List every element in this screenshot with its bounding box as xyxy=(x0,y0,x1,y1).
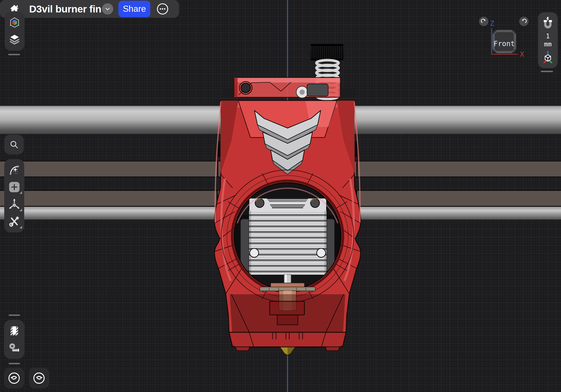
heatsink[interactable] xyxy=(249,198,326,275)
filament-clamp[interactable] xyxy=(307,84,328,96)
view-cube-widget[interactable]: Z X Front xyxy=(484,20,528,60)
flyout-corner xyxy=(20,226,22,229)
bottom-duct[interactable] xyxy=(229,294,346,351)
undo-icon[interactable] xyxy=(4,368,24,389)
redo-icon[interactable] xyxy=(29,368,49,389)
measure-tape-icon[interactable] xyxy=(9,343,20,353)
grid-size-unit: mm xyxy=(544,40,552,48)
grid-size-indicator[interactable]: 1 mm xyxy=(544,32,552,48)
layers-icon[interactable] xyxy=(9,34,20,45)
mount-hole-right[interactable] xyxy=(317,248,326,257)
tension-knob[interactable] xyxy=(311,44,344,60)
axis-z-label: Z xyxy=(490,20,494,28)
axis-orientation-icon[interactable] xyxy=(542,51,554,64)
nozzle-brass-tip[interactable] xyxy=(280,347,295,355)
axis-x-label: X xyxy=(520,50,524,58)
extruder-top-block[interactable] xyxy=(223,77,355,98)
flyout-corner xyxy=(20,191,22,194)
view-cube[interactable]: Front xyxy=(492,30,516,53)
snap-panel: 1 mm xyxy=(538,12,558,68)
cad-workspace: D3vil burner final... Share Z X Front xyxy=(0,0,561,392)
tool-rail xyxy=(4,159,24,232)
sketch-arc-icon[interactable] xyxy=(4,164,24,176)
magnet-snap-icon[interactable] xyxy=(542,16,554,30)
mount-hole-left[interactable] xyxy=(250,248,259,257)
snap-panel-handle[interactable] xyxy=(541,71,553,72)
tools-icon[interactable] xyxy=(4,215,24,228)
search-icon[interactable] xyxy=(4,135,24,154)
plus-icon[interactable] xyxy=(4,181,24,193)
display-rail-handle-bottom[interactable] xyxy=(9,363,20,364)
flyout-corner xyxy=(20,209,22,211)
project-rail xyxy=(5,11,24,51)
project-cube-icon[interactable] xyxy=(9,17,20,28)
display-rail-handle-top[interactable] xyxy=(9,315,20,316)
project-rail-handle[interactable] xyxy=(8,54,20,55)
display-rail xyxy=(4,320,24,359)
view-cube-face-label[interactable]: Front xyxy=(494,40,515,48)
model-3d-viewport[interactable] xyxy=(0,0,561,392)
section-view-icon[interactable] xyxy=(9,326,20,337)
grid-size-value: 1 xyxy=(544,32,552,40)
move-rotate-icon[interactable] xyxy=(4,198,24,210)
